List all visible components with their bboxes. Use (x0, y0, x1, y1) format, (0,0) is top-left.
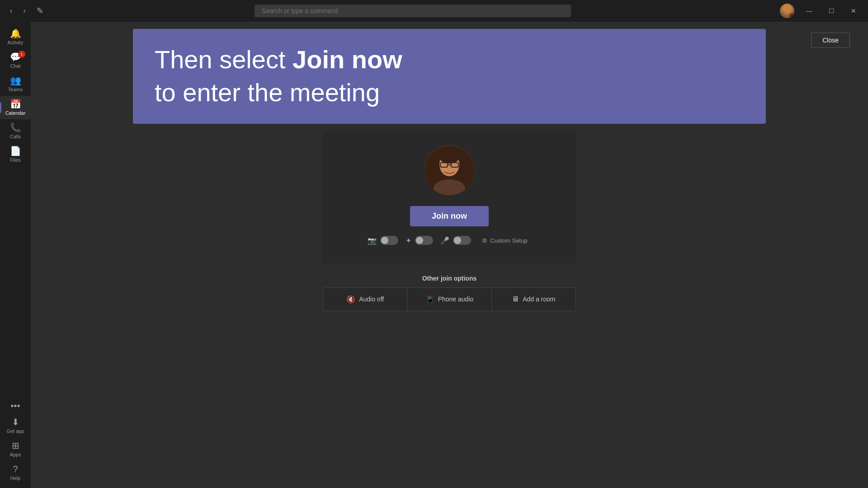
sidebar-item-calendar[interactable]: 📅 Calendar (0, 96, 31, 119)
sidebar-label-calls: Calls (10, 134, 21, 139)
sidebar-label-help: Help (10, 475, 21, 481)
blur-toggle[interactable] (415, 236, 433, 245)
instruction-text: Then select Join now to enter the meetin… (155, 43, 744, 109)
content-area: Close Then select Join now to enter the … (31, 22, 868, 488)
phone-audio-button[interactable]: 📱 Phone audio (407, 288, 491, 311)
mic-icon: 🎤 (440, 236, 449, 245)
blur-icon: ✦ (406, 236, 411, 245)
window-close-button[interactable]: ✕ (846, 5, 861, 16)
other-options-title: Other join options (323, 275, 576, 282)
other-options-section: Other join options 🔇 Audio off 📱 Phone a… (323, 275, 576, 311)
add-room-icon: 🖥 (512, 295, 519, 303)
activity-icon: 🔔 (10, 29, 21, 38)
sidebar-item-activity[interactable]: 🔔 Activity (0, 25, 31, 49)
back-button[interactable]: ‹ (7, 5, 15, 17)
compose-button[interactable]: ✎ (34, 4, 46, 18)
files-icon: 📄 (10, 146, 21, 155)
minimize-button[interactable]: — (802, 5, 817, 16)
svg-point-2 (439, 151, 459, 164)
sidebar-item-more[interactable]: ••• (0, 398, 31, 414)
join-panel: Join now 📷 ✦ 🎤 (323, 131, 576, 264)
calendar-icon: 📅 (10, 99, 21, 108)
search-input[interactable] (255, 5, 571, 17)
add-room-label: Add a room (523, 296, 555, 303)
maximize-button[interactable]: ☐ (824, 5, 839, 16)
sidebar-label-activity: Activity (8, 40, 24, 45)
sidebar-label-calendar: Calendar (5, 110, 26, 116)
mic-control-group: 🎤 (440, 236, 471, 245)
apps-icon: ⊞ (12, 441, 19, 450)
help-icon: ? (13, 465, 18, 474)
sidebar-label-getapp: Get app (6, 428, 24, 434)
search-bar (255, 5, 571, 17)
main-layout: 🔔 Activity 💬 1 Chat 👥 Teams 📅 Calendar 📞… (0, 22, 868, 488)
sidebar-label-teams: Teams (8, 87, 23, 92)
sidebar-item-calls[interactable]: 📞 Calls (0, 119, 31, 143)
preview-avatar (425, 145, 474, 195)
sidebar-bottom: ••• ⬇ Get app ⊞ Apps ? Help (0, 398, 31, 484)
instruction-line2: to enter the meeting (155, 78, 380, 107)
audio-off-button[interactable]: 🔇 Audio off (323, 288, 407, 311)
title-bar-left: ‹ › ✎ (7, 4, 46, 18)
gear-icon: ⚙ (482, 237, 487, 244)
audio-off-icon: 🔇 (346, 295, 355, 304)
audio-off-label: Audio off (359, 296, 384, 303)
sidebar-item-help[interactable]: ? Help (0, 461, 31, 484)
phone-audio-icon: 📱 (425, 295, 434, 304)
video-toggle[interactable] (380, 236, 398, 245)
chat-badge: 1 (18, 51, 25, 58)
teams-icon: 👥 (10, 76, 21, 85)
calls-icon: 📞 (10, 123, 21, 132)
avatar-svg (425, 145, 474, 195)
instruction-banner: Then select Join now to enter the meetin… (133, 29, 766, 124)
sidebar-label-chat: Chat (10, 63, 20, 69)
sidebar-item-files[interactable]: 📄 Files (0, 143, 31, 166)
instruction-line1-bold: Join now (292, 45, 402, 74)
other-options-row: 🔇 Audio off 📱 Phone audio 🖥 Add a room (323, 287, 576, 311)
controls-row: 📷 ✦ 🎤 ⚙ Custom Setup (368, 235, 531, 246)
sidebar-label-apps: Apps (9, 452, 21, 457)
user-avatar[interactable] (780, 4, 794, 18)
custom-setup-label: Custom Setup (490, 237, 527, 244)
mic-toggle[interactable] (453, 236, 471, 245)
custom-setup-button[interactable]: ⚙ Custom Setup (478, 235, 531, 246)
title-bar-right: — ☐ ✕ (780, 4, 861, 18)
video-icon: 📷 (368, 236, 377, 245)
avatar-status (790, 14, 794, 18)
sidebar-item-teams[interactable]: 👥 Teams (0, 72, 31, 96)
add-room-button[interactable]: 🖥 Add a room (492, 288, 576, 311)
join-now-button[interactable]: Join now (410, 206, 489, 226)
getapp-icon: ⬇ (12, 418, 19, 427)
forward-button[interactable]: › (20, 5, 28, 17)
more-icon: ••• (10, 401, 20, 410)
blur-control-group: ✦ (406, 236, 433, 245)
title-bar: ‹ › ✎ — ☐ ✕ (0, 0, 868, 22)
video-control-group: 📷 (368, 236, 398, 245)
sidebar-item-apps[interactable]: ⊞ Apps (0, 437, 31, 461)
instruction-line1-normal: Then select (155, 45, 292, 74)
sidebar: 🔔 Activity 💬 1 Chat 👥 Teams 📅 Calendar 📞… (0, 22, 31, 488)
sidebar-item-getapp[interactable]: ⬇ Get app (0, 414, 31, 437)
close-panel-button[interactable]: Close (811, 33, 850, 48)
sidebar-item-chat[interactable]: 💬 1 Chat (0, 49, 31, 72)
phone-audio-label: Phone audio (438, 296, 474, 303)
sidebar-label-files: Files (10, 157, 20, 163)
